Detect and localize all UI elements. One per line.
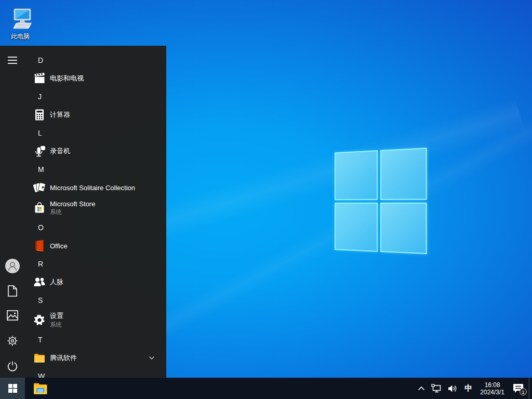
hamburger-menu-button[interactable] bbox=[0, 51, 25, 69]
app-item-sublabel: 系统 bbox=[50, 321, 63, 329]
app-list-item[interactable]: 设置系统 bbox=[25, 309, 166, 331]
power-icon bbox=[7, 361, 18, 372]
app-item-label: Microsoft Store bbox=[50, 200, 95, 208]
logo-pane bbox=[380, 202, 427, 254]
pictures-button[interactable] bbox=[0, 307, 25, 324]
app-list-section-header[interactable]: D bbox=[25, 51, 166, 69]
hamburger-icon bbox=[8, 57, 17, 64]
app-item-texts: 人脉 bbox=[50, 277, 63, 287]
app-item-texts: 腾讯软件 bbox=[50, 353, 77, 363]
ime-indicator[interactable]: 中 bbox=[461, 378, 476, 399]
app-list-section-header[interactable]: S bbox=[25, 291, 166, 309]
voice-recorder-icon bbox=[33, 145, 46, 157]
calculator-icon bbox=[33, 109, 46, 121]
app-item-texts: Microsoft Solitaire Collection bbox=[50, 184, 135, 192]
chevron-down-icon bbox=[149, 356, 155, 360]
office-icon bbox=[33, 240, 46, 252]
people-icon bbox=[33, 276, 46, 288]
logo-pane bbox=[335, 150, 378, 200]
folder-icon bbox=[33, 352, 46, 364]
app-item-texts: Office bbox=[50, 242, 68, 250]
app-item-texts: 电影和电视 bbox=[50, 74, 84, 83]
section-letter: J bbox=[33, 92, 42, 101]
this-pc-desktop-icon[interactable]: 此电脑 bbox=[3, 7, 37, 40]
app-list-section-header[interactable]: J bbox=[25, 88, 166, 105]
windows-start-icon bbox=[8, 384, 17, 393]
power-button[interactable] bbox=[0, 357, 25, 375]
show-hidden-icons-button[interactable] bbox=[415, 378, 428, 399]
chevron-up-icon bbox=[418, 386, 425, 391]
app-list-section-header[interactable]: L bbox=[25, 124, 166, 142]
app-list-item[interactable]: 人脉 bbox=[25, 273, 166, 291]
file-explorer-icon bbox=[33, 382, 48, 395]
app-list-item[interactable]: 计算器 bbox=[25, 105, 166, 124]
documents-button[interactable] bbox=[0, 282, 25, 300]
app-item-label: 计算器 bbox=[50, 110, 70, 119]
app-item-texts: Microsoft Store系统 bbox=[50, 200, 95, 216]
action-center-button[interactable]: 1 bbox=[509, 378, 529, 399]
section-letter: T bbox=[33, 336, 43, 344]
app-item-label: 腾讯软件 bbox=[50, 353, 77, 363]
section-letter: L bbox=[33, 129, 42, 137]
user-account-button[interactable] bbox=[0, 257, 25, 275]
volume-icon bbox=[448, 384, 458, 393]
app-list-section-header[interactable]: W bbox=[25, 367, 166, 378]
file-explorer-button[interactable] bbox=[29, 378, 52, 399]
app-item-label: Microsoft Solitaire Collection bbox=[50, 184, 135, 192]
notification-badge: 1 bbox=[520, 388, 527, 395]
app-item-label: 设置 bbox=[50, 311, 63, 321]
app-list-item[interactable]: Office bbox=[25, 236, 166, 255]
windows-wallpaper-logo bbox=[326, 148, 435, 259]
document-icon bbox=[7, 285, 18, 297]
section-letter: W bbox=[33, 372, 45, 378]
solitaire-icon: ♠ bbox=[33, 181, 46, 194]
gear-outline-icon bbox=[7, 335, 18, 347]
system-tray: 中 16:08 2024/3/1 1 bbox=[415, 378, 532, 399]
start-menu-app-list: D电影和电视J计算器L录音机M♠Microsoft Solitaire Coll… bbox=[25, 51, 166, 378]
app-item-texts: 计算器 bbox=[50, 110, 70, 119]
app-item-texts: 设置系统 bbox=[50, 311, 63, 329]
start-button[interactable] bbox=[0, 378, 25, 399]
app-list-section-header[interactable]: R bbox=[25, 255, 166, 273]
app-list-item[interactable]: Microsoft Store系统 bbox=[25, 197, 166, 219]
movies-tv-icon bbox=[33, 72, 46, 85]
section-letter: O bbox=[33, 223, 44, 232]
app-list-section-header[interactable]: T bbox=[25, 331, 166, 349]
show-desktop-button[interactable] bbox=[529, 378, 532, 399]
settings-rail-button[interactable] bbox=[0, 332, 25, 350]
volume-tray-button[interactable] bbox=[445, 378, 461, 399]
settings-icon bbox=[33, 314, 46, 326]
clock-time: 16:08 bbox=[485, 381, 500, 389]
this-pc-icon bbox=[7, 7, 34, 32]
taskbar: 中 16:08 2024/3/1 1 bbox=[0, 378, 532, 399]
app-list-section-header[interactable]: O bbox=[25, 219, 166, 236]
network-tray-button[interactable] bbox=[428, 378, 445, 399]
taskbar-clock[interactable]: 16:08 2024/3/1 bbox=[476, 378, 509, 399]
app-item-label: 电影和电视 bbox=[50, 74, 84, 83]
app-item-texts: 录音机 bbox=[50, 147, 70, 156]
app-item-sublabel: 系统 bbox=[50, 208, 95, 216]
network-icon bbox=[431, 384, 442, 393]
app-list-item[interactable]: 电影和电视 bbox=[25, 69, 166, 88]
clock-date: 2024/3/1 bbox=[480, 389, 504, 396]
app-list-item[interactable]: ♠Microsoft Solitaire Collection bbox=[25, 178, 166, 197]
app-list-item[interactable]: 腾讯软件 bbox=[25, 349, 166, 367]
section-letter: R bbox=[33, 260, 43, 268]
app-list-section-header[interactable]: M bbox=[25, 161, 166, 178]
section-letter: M bbox=[33, 165, 44, 174]
this-pc-label: 此电脑 bbox=[3, 33, 37, 40]
app-item-label: Office bbox=[50, 242, 68, 250]
start-menu-rail bbox=[0, 46, 25, 378]
pictures-icon bbox=[7, 310, 18, 321]
section-letter: D bbox=[33, 56, 43, 64]
app-item-label: 人脉 bbox=[50, 277, 63, 287]
logo-pane bbox=[335, 203, 378, 252]
section-letter: S bbox=[33, 296, 43, 304]
store-icon bbox=[33, 202, 46, 214]
user-avatar-icon bbox=[5, 259, 20, 273]
app-list-item[interactable]: 录音机 bbox=[25, 142, 166, 161]
start-menu: D电影和电视J计算器L录音机M♠Microsoft Solitaire Coll… bbox=[0, 46, 166, 378]
app-item-label: 录音机 bbox=[50, 147, 70, 156]
logo-pane bbox=[380, 148, 427, 200]
